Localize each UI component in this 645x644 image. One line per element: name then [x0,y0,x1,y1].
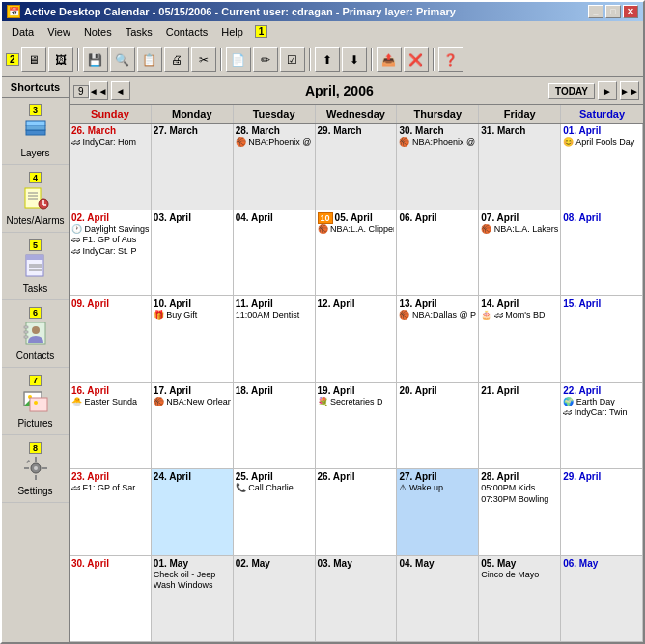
cal-cell[interactable]: 19. April💐 Secretaries D [316,383,398,470]
close-button[interactable]: ✕ [623,5,638,18]
sidebar-item-settings[interactable]: 8 Settings [2,435,69,503]
menu-tasks[interactable]: Tasks [120,24,158,40]
cal-cell[interactable]: 06. April [397,210,479,297]
cal-cell[interactable]: 27. March [152,124,234,210]
svg-rect-19 [24,336,28,338]
cal-cell[interactable]: 28. April05:00PM Kids07:30PM Bowling [479,469,561,556]
cal-cell[interactable]: 20. April [397,383,479,470]
cal-cell[interactable]: 21. April [479,383,561,470]
day-thursday: Thursday [397,105,479,123]
cal-cell[interactable]: 11. April11:00AM Dentist [234,296,316,383]
tasks-badge: 5 [29,239,42,251]
cell-date: 02. May [236,558,313,569]
cal-cell[interactable]: 02. April🕐 Daylight Savings🏎 F1: GP of A… [70,210,152,297]
nav-next-year[interactable]: ►► [620,81,639,100]
pictures-badge: 7 [29,375,42,386]
titlebar-buttons: _ □ ✕ [588,5,638,18]
cal-cell[interactable]: 02. May [234,556,316,643]
cal-cell[interactable]: 13. April🏀 NBA:Dallas @ Ph [397,296,479,383]
cal-cell[interactable]: 24. April [152,469,234,556]
sidebar-title: Shortcuts [2,77,69,98]
menu-notes[interactable]: Notes [78,24,118,40]
cal-cell[interactable]: 06. May [561,556,643,643]
cal-cell[interactable]: 23. April🏎 F1: GP of Sar [70,469,152,556]
cal-cell[interactable]: 01. MayCheck oil - JeepWash Windows [152,556,234,643]
day-friday: Friday [479,105,561,123]
cal-cell[interactable]: 15. April [561,296,643,383]
sidebar-item-tasks[interactable]: 5 Tasks [2,233,69,300]
cal-cell[interactable]: 09. April [70,296,152,383]
tool-print[interactable]: 🖨 [164,47,189,72]
titlebar-left: 📅 Active Desktop Calendar - 05/15/2006 -… [7,5,456,18]
maximize-button[interactable]: □ [605,5,621,18]
cal-cell[interactable]: 26. March🏎 IndyCar: Hom [70,124,152,210]
tool-desktop[interactable]: 🖥 [21,47,46,72]
cell-date: 08. April [563,212,640,223]
cal-cell[interactable]: 22. April🌍 Earth Day🏎 IndyCar: Twin [561,383,643,470]
cal-cell[interactable]: 08. April [561,210,643,297]
cal-cell[interactable]: 03. April [152,210,234,297]
cal-cell[interactable]: 29. April [561,469,643,556]
tool-edit[interactable]: ✏ [253,47,278,72]
main-window: 📅 Active Desktop Calendar - 05/15/2006 -… [0,0,645,644]
tool-clipboard[interactable]: 📋 [137,47,162,72]
cal-cell[interactable]: 29. March [316,124,398,210]
cal-cell[interactable]: 25. April📞 Call Charlie [234,469,316,556]
cal-cell[interactable]: 03. May [316,556,398,643]
tool-search[interactable]: 🔍 [110,47,135,72]
menu-contacts[interactable]: Contacts [160,24,213,40]
tool-down[interactable]: ⬇ [342,47,367,72]
layers-label: Layers [20,148,49,158]
cal-cell[interactable]: 26. April [316,469,398,556]
tool-cut[interactable]: ✂ [191,47,216,72]
app-icon: 📅 [7,5,20,18]
tool-export[interactable]: 📤 [377,47,402,72]
tool-check[interactable]: ☑ [280,47,305,72]
tool-new[interactable]: 📄 [226,47,251,72]
today-button[interactable]: TODAY [548,83,595,99]
menu-view[interactable]: View [42,24,76,40]
nav-prev-month[interactable]: ◄ [111,81,130,100]
cal-cell[interactable]: 1005. April🏀 NBA:L.A. Clipper [316,210,398,297]
tool-delete[interactable]: ❌ [404,47,429,72]
cell-event: Cinco de Mayo [481,570,558,581]
cal-cell[interactable]: 04. April [234,210,316,297]
minimize-button[interactable]: _ [588,5,603,18]
cal-cell[interactable]: 04. May [397,556,479,643]
tool-image[interactable]: 🖼 [48,47,73,72]
cell-event: 07:30PM Bowling [481,494,558,506]
cal-cell[interactable]: 12. April [316,296,398,383]
svg-rect-31 [42,467,47,469]
sidebar-item-layers[interactable]: 3 Layers [2,98,69,165]
cal-cell[interactable]: 16. April🐣 Easter Sunda [70,383,152,470]
cell-date: 06. May [563,558,640,569]
cal-cell[interactable]: 17. April🏀 NBA:New Orlean [152,383,234,470]
cal-cell[interactable]: 28. March🏀 NBA:Phoenix @ [234,124,316,210]
cell-date: 17. April [154,385,231,396]
pictures-label: Pictures [17,418,52,429]
tool-up[interactable]: ⬆ [315,47,340,72]
settings-label: Settings [17,486,52,496]
menu-help[interactable]: Help [215,24,249,40]
cal-cell[interactable]: 30. April [70,556,152,643]
cell-event: 🏀 NBA:L.A. Clipper [318,224,395,236]
cal-cell[interactable]: 07. April🏀 NBA:L.A. Lakers [479,210,561,297]
cell-event: 🏀 NBA:New Orlean [154,397,231,408]
nav-next-month[interactable]: ► [598,81,617,100]
contacts-badge: 6 [29,307,42,319]
sidebar-item-pictures[interactable]: 7 Pictures [2,368,69,435]
cal-cell[interactable]: 18. April [234,383,316,470]
nav-prev-year[interactable]: ◄◄ [89,81,108,100]
cal-cell[interactable]: 10. April🎁 Buy Gift [152,296,234,383]
cal-cell[interactable]: 31. March [479,124,561,210]
menu-data[interactable]: Data [6,24,40,40]
cal-cell[interactable]: 30. March🏀 NBA:Phoenix @ [397,124,479,210]
tool-help[interactable]: ❓ [438,47,463,72]
cal-cell[interactable]: 01. April😊 April Fools Day [561,124,643,210]
tool-save[interactable]: 💾 [83,47,108,72]
cal-cell[interactable]: 05. MayCinco de Mayo [479,556,561,643]
cal-cell[interactable]: 14. April🎂 🏎 Mom's BD [479,296,561,383]
sidebar-item-notes-alarms[interactable]: 4 Notes/Alarms [2,165,69,233]
cal-cell[interactable]: 27. April⚠ Wake up [397,469,479,556]
sidebar-item-contacts[interactable]: 6 Contacts [2,300,69,368]
